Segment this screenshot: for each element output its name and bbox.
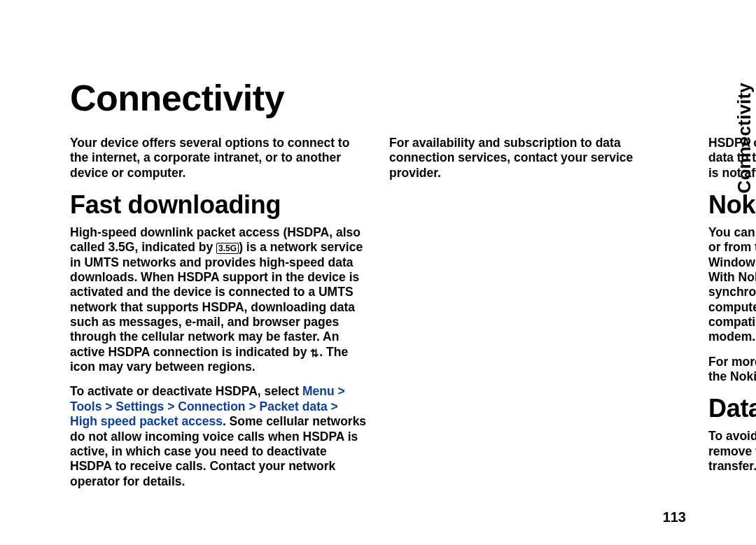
fast-paragraph-2: To activate or deactivate HSDPA, select … [70,384,367,488]
datacable-paragraph-1: To avoid damaging the memory card, do no… [708,429,756,474]
page-title: Connectivity [70,77,686,119]
pcsuite-paragraph-2: For more information about Nokia PC Suit… [708,355,756,385]
connection-icon: ⇅ [310,347,319,359]
intro-paragraph: Your device offers several options to co… [70,136,367,181]
two-column-body: Your device offers several options to co… [70,136,686,507]
heading-fast-downloading: Fast downloading [70,190,367,220]
fast-paragraph-1: High-speed downlink packet access (HSDPA… [70,225,367,374]
manual-page: Connectivity Connectivity Your device of… [0,0,756,545]
side-section-label: Connectivity [734,83,755,193]
heading-data-cable: Data cable [708,394,756,423]
fast-paragraph-3: For availability and subscription to dat… [389,136,686,181]
text: ) is a network service in UMTS networks … [70,240,363,358]
page-number: 113 [663,509,686,525]
three-five-g-icon: 3.5G [216,243,239,254]
pcsuite-paragraph-1: You can install Nokia PC Suite from the … [708,225,756,345]
text: To activate or deactivate HSDPA, select [70,384,302,398]
heading-nokia-pc-suite: Nokia PC Suite [708,190,756,220]
